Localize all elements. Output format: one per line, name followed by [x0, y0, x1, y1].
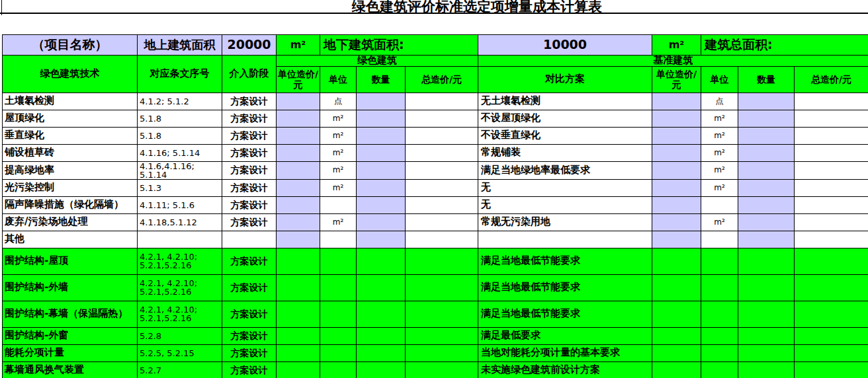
tech-cell[interactable]: 废弃/污染场地处理: [3, 213, 138, 231]
code-cell[interactable]: 5.2.5, 5.2.15: [138, 344, 222, 361]
base-total-cell[interactable]: [795, 127, 868, 144]
tech-cell[interactable]: 隔声降噪措施（绿化隔墙）: [3, 196, 138, 213]
base-qty-cell[interactable]: [738, 179, 795, 196]
base-total-cell[interactable]: [795, 344, 868, 361]
code-cell[interactable]: 5.1.8: [138, 127, 222, 144]
base-unit-cell[interactable]: [701, 196, 738, 213]
base-qty-cell[interactable]: [738, 93, 795, 110]
green-qty-cell[interactable]: [357, 213, 406, 231]
green-unit-cell[interactable]: m²: [320, 110, 357, 127]
base-unit-price-cell[interactable]: [652, 179, 701, 196]
compare-cell[interactable]: 不设垂直绿化: [478, 127, 652, 144]
green-qty-cell[interactable]: [357, 110, 406, 127]
compare-cell[interactable]: 无: [478, 179, 652, 196]
base-qty-cell[interactable]: [738, 344, 795, 361]
green-total-cell[interactable]: [406, 274, 478, 301]
below-ground-area-label[interactable]: 地下建筑面积:: [320, 35, 478, 56]
base-qty-cell[interactable]: [738, 248, 795, 274]
base-unit-price-cell[interactable]: [652, 361, 701, 378]
stage-cell[interactable]: [222, 231, 277, 248]
green-total-cell[interactable]: [406, 161, 478, 179]
base-qty-cell[interactable]: [738, 127, 795, 144]
base-unit-cell[interactable]: m²: [701, 144, 738, 161]
compare-cell[interactable]: 未实施绿色建筑前设计方案: [478, 361, 652, 378]
stage-cell[interactable]: 方案设计: [222, 344, 277, 361]
compare-cell[interactable]: 满足最低要求: [478, 327, 652, 344]
tech-cell[interactable]: 其他: [3, 231, 138, 248]
green-qty-cell[interactable]: [357, 196, 406, 213]
tech-cell[interactable]: 围护结构-幕墙（保温隔热）: [3, 301, 138, 327]
base-unit-cell[interactable]: m²: [701, 127, 738, 144]
base-unit-price-cell[interactable]: [652, 196, 701, 213]
green-unit-cell[interactable]: m²: [320, 127, 357, 144]
green-unit-cell[interactable]: [320, 344, 357, 361]
green-qty-cell[interactable]: [357, 248, 406, 274]
green-unit-price-cell[interactable]: [277, 127, 320, 144]
compare-cell[interactable]: [478, 231, 652, 248]
base-unit-cell[interactable]: [701, 344, 738, 361]
code-cell[interactable]: 4.2.1, 4.2.10; 5.2.1,5.2.16: [138, 248, 222, 274]
green-unit-price-cell[interactable]: [277, 144, 320, 161]
green-total-cell[interactable]: [406, 301, 478, 327]
green-qty-cell[interactable]: [357, 274, 406, 301]
base-total-cell[interactable]: [795, 248, 868, 274]
code-cell[interactable]: 5.1.3: [138, 179, 222, 196]
green-qty-cell[interactable]: [357, 231, 406, 248]
base-qty-cell[interactable]: [738, 301, 795, 327]
green-unit-cell[interactable]: [320, 361, 357, 378]
code-cell[interactable]: 4.1.18,5.1.12: [138, 213, 222, 231]
code-cell[interactable]: 4.1.6,4.1.16; 5.1.14: [138, 161, 222, 179]
tech-cell[interactable]: 能耗分项计量: [3, 344, 138, 361]
stage-cell[interactable]: 方案设计: [222, 161, 277, 179]
green-unit-price-cell[interactable]: [277, 179, 320, 196]
base-qty-cell[interactable]: [738, 161, 795, 179]
code-cell[interactable]: 4.1.16; 5.1.14: [138, 144, 222, 161]
tech-cell[interactable]: 提高绿地率: [3, 161, 138, 179]
base-qty-cell[interactable]: [738, 274, 795, 301]
code-cell[interactable]: 4.1.2; 5.1.2: [138, 93, 222, 110]
base-unit-cell[interactable]: [701, 361, 738, 378]
tech-cell[interactable]: 光污染控制: [3, 179, 138, 196]
base-unit-cell[interactable]: m²: [701, 161, 738, 179]
base-unit-price-cell[interactable]: [652, 93, 701, 110]
base-unit-price-cell[interactable]: [652, 344, 701, 361]
green-unit-cell[interactable]: m²: [320, 213, 357, 231]
base-total-cell[interactable]: [795, 327, 868, 344]
base-unit-price-cell[interactable]: [652, 231, 701, 248]
green-total-cell[interactable]: [406, 213, 478, 231]
base-unit-cell[interactable]: [701, 248, 738, 274]
base-unit-cell[interactable]: [701, 274, 738, 301]
base-unit-price-cell[interactable]: [652, 274, 701, 301]
green-qty-cell[interactable]: [357, 344, 406, 361]
base-unit-price-cell[interactable]: [652, 127, 701, 144]
green-unit-price-cell[interactable]: [277, 110, 320, 127]
green-unit-cell[interactable]: [320, 301, 357, 327]
base-qty-cell[interactable]: [738, 231, 795, 248]
base-qty-cell[interactable]: [738, 327, 795, 344]
base-total-cell[interactable]: [795, 213, 868, 231]
green-unit-cell[interactable]: [320, 248, 357, 274]
green-unit-price-cell[interactable]: [277, 231, 320, 248]
stage-cell[interactable]: 方案设计: [222, 144, 277, 161]
tech-cell[interactable]: 围护结构-屋顶: [3, 248, 138, 274]
tech-cell[interactable]: 垂直绿化: [3, 127, 138, 144]
stage-cell[interactable]: 方案设计: [222, 179, 277, 196]
green-unit-price-cell[interactable]: [277, 213, 320, 231]
compare-cell[interactable]: 无: [478, 196, 652, 213]
green-unit-price-cell[interactable]: [277, 274, 320, 301]
base-total-cell[interactable]: [795, 301, 868, 327]
below-ground-area-unit[interactable]: m²: [652, 35, 701, 56]
above-ground-area-unit[interactable]: m²: [277, 35, 320, 56]
base-qty-cell[interactable]: [738, 110, 795, 127]
green-unit-cell[interactable]: [320, 274, 357, 301]
green-qty-cell[interactable]: [357, 127, 406, 144]
green-total-cell[interactable]: [406, 231, 478, 248]
base-total-cell[interactable]: [795, 361, 868, 378]
base-unit-cell[interactable]: m²: [701, 110, 738, 127]
green-total-cell[interactable]: [406, 110, 478, 127]
compare-cell[interactable]: 当地对能耗分项计量的基本要求: [478, 344, 652, 361]
compare-cell[interactable]: 常规铺装: [478, 144, 652, 161]
base-total-cell[interactable]: [795, 231, 868, 248]
compare-cell[interactable]: 满足当地最低节能要求: [478, 274, 652, 301]
below-ground-area-value[interactable]: 10000: [478, 35, 652, 56]
